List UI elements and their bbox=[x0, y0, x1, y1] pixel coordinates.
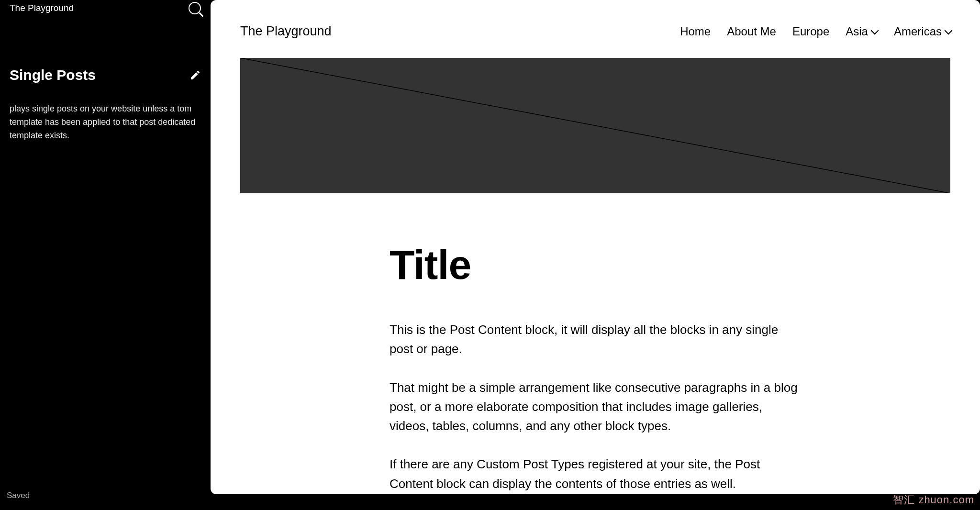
post-content: Title This is the Post Content block, it… bbox=[375, 241, 815, 493]
sidebar: The Playground Single Posts plays single… bbox=[0, 0, 211, 510]
site-header: The Playground Home About Me Europe Asia… bbox=[211, 0, 980, 58]
post-paragraph[interactable]: That might be a simple arrangement like … bbox=[390, 378, 801, 436]
nav-about-me[interactable]: About Me bbox=[727, 25, 776, 38]
site-title[interactable]: The Playground bbox=[240, 24, 332, 39]
edit-icon[interactable] bbox=[189, 69, 201, 81]
svg-line-0 bbox=[240, 58, 950, 193]
nav-americas[interactable]: Americas bbox=[894, 25, 951, 38]
section-title: Single Posts bbox=[10, 67, 96, 83]
post-paragraph[interactable]: This is the Post Content block, it will … bbox=[390, 320, 801, 359]
section-row: Single Posts bbox=[10, 67, 201, 83]
search-icon[interactable] bbox=[189, 2, 201, 14]
watermark: 智汇 zhuon.com bbox=[893, 493, 974, 507]
primary-nav: Home About Me Europe Asia Americas bbox=[680, 25, 951, 38]
preview-canvas[interactable]: The Playground Home About Me Europe Asia… bbox=[211, 0, 980, 494]
sidebar-header: The Playground bbox=[10, 0, 201, 14]
site-name[interactable]: The Playground bbox=[10, 3, 74, 13]
nav-home[interactable]: Home bbox=[680, 25, 711, 38]
section-description: plays single posts on your website unles… bbox=[10, 102, 201, 143]
post-title[interactable]: Title bbox=[390, 241, 801, 288]
status-text: Saved bbox=[7, 491, 30, 500]
sidebar-section: Single Posts plays single posts on your … bbox=[10, 67, 201, 143]
nav-asia-label: Asia bbox=[846, 25, 868, 38]
featured-image-placeholder[interactable] bbox=[240, 58, 950, 193]
chevron-down-icon bbox=[945, 26, 953, 34]
nav-europe[interactable]: Europe bbox=[792, 25, 829, 38]
chevron-down-icon bbox=[870, 26, 879, 34]
nav-asia[interactable]: Asia bbox=[846, 25, 878, 38]
nav-americas-label: Americas bbox=[894, 25, 942, 38]
post-paragraph[interactable]: If there are any Custom Post Types regis… bbox=[390, 455, 801, 493]
